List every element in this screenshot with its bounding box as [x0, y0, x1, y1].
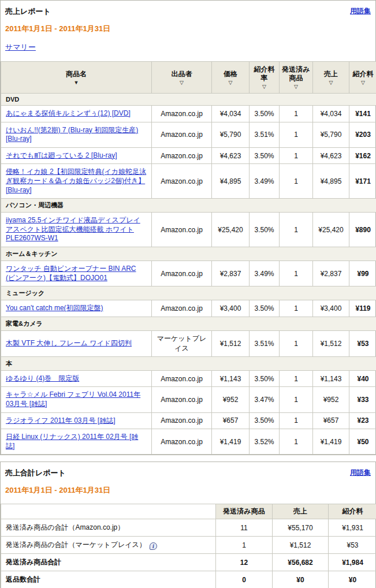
totals-row: 発送済み商品合計12¥56,682¥1,984 [1, 554, 376, 571]
fee-rate-cell: 3.50% [250, 106, 280, 122]
category-label: ホーム＆キッチン [1, 247, 376, 260]
fee-rate-cell: 3.51% [250, 122, 280, 147]
item-row: You can't catch me(初回限定盤)Amazon.co.jp¥3,… [1, 300, 376, 317]
totals-revenue-cell: ¥55,170 [273, 519, 329, 537]
category-label: 家電&カメラ [1, 317, 376, 330]
sort-icon[interactable]: ▽ [314, 80, 348, 85]
price-cell: ¥3,400 [212, 300, 250, 317]
category-label: パソコン・周辺機器 [1, 199, 376, 213]
fee-rate-cell: 3.51% [250, 330, 280, 356]
fee-rate-cell: 3.50% [250, 147, 280, 164]
price-cell: ¥5,790 [212, 122, 250, 147]
col-header-referral-fee[interactable]: 紹介料▽ [349, 62, 376, 94]
product-link[interactable]: けいおん!!(第2期) 7 (Blu-ray 初回限定生産) [Blu-ray] [6, 126, 138, 143]
category-row: 本 [1, 356, 376, 370]
price-cell: ¥1,419 [212, 429, 250, 455]
product-link[interactable]: You can't catch me(初回限定盤) [6, 304, 103, 312]
items-shipped-cell: 1 [280, 164, 313, 199]
totals-table-head: 発送済み商品売上紹介料 [1, 504, 376, 519]
category-row: 家電&カメラ [1, 317, 376, 330]
fee-rate-cell: 3.47% [250, 387, 280, 412]
col-header-label: 価格 [224, 70, 237, 78]
col-header-fee-rate[interactable]: 紹介料率▽ [250, 62, 280, 94]
product-link[interactable]: キャラ☆メル Febri フェブリ Vol.04 2011年 03月号 [雑誌] [6, 390, 140, 408]
referral-fee-cell: ¥171 [349, 164, 376, 199]
glossary-link[interactable]: 用語集 [350, 6, 371, 16]
seller-cell: Amazon.co.jp [152, 387, 212, 412]
category-row: パソコン・周辺機器 [1, 199, 376, 213]
product-link[interactable]: iiyama 25.5インチワイド液晶ディスプレイ アスペクト比固定拡大機能搭載… [6, 216, 140, 242]
totals-shipped-cell: 1 [216, 537, 273, 554]
totals-row: 返品数合計0¥0¥0 [1, 571, 376, 588]
sales-report-panel: 売上レポート 用語集 2011年1月1日 - 2011年1月31日 サマリー 商… [0, 0, 376, 455]
product-link[interactable]: ラジオライフ 2011年 03月号 [雑誌] [6, 416, 116, 425]
totals-col-header-items-shipped: 発送済み商品 [216, 504, 273, 519]
col-header-items-shipped[interactable]: 発送済み商品▽ [280, 62, 313, 94]
totals-panel: 売上合計レポート 用語集 2011年1月1日 - 2011年1月31日 発送済み… [0, 462, 376, 588]
item-row: 木製 VTF 大伸し フレーム ワイド四切判マーケットプレイス¥1,5123.5… [1, 330, 376, 356]
product-link[interactable]: あにゃまる探偵キルミンずぅ(12) [DVD] [6, 109, 131, 117]
referral-fee-cell: ¥890 [349, 213, 376, 247]
item-row: iiyama 25.5インチワイド液晶ディスプレイ アスペクト比固定拡大機能搭載… [1, 213, 376, 247]
product-link[interactable]: 侵略！イカ娘 2【初回限定特典(イカ娘蛇足泳ぎ観察カード＆偽イカ娘缶バッジ2個)… [6, 168, 146, 193]
sort-icon[interactable]: ▽ [213, 80, 248, 85]
items-shipped-cell: 1 [280, 260, 313, 286]
product-link[interactable]: ワンタッチ 自動ビンオープナー BIN ARC (ビンアーク)【電動式】DOJO… [6, 265, 136, 282]
glossary-link[interactable]: 用語集 [350, 468, 371, 478]
fee-rate-cell: 3.49% [250, 164, 280, 199]
price-cell: ¥1,512 [212, 330, 250, 356]
col-header-label: 紹介料 [353, 70, 374, 78]
product-link[interactable]: 日経 Linux (リナックス) 2011年 02月号 [雑誌] [6, 433, 138, 450]
items-shipped-cell: 1 [280, 387, 313, 412]
product-link[interactable]: それでも町は廻っている 2 [Blu-ray] [6, 151, 117, 159]
info-icon[interactable]: i [150, 542, 157, 550]
sort-icon[interactable]: ▽ [281, 84, 311, 90]
totals-revenue-cell: ¥0 [273, 571, 329, 588]
col-header-product[interactable]: 商品名▼ [1, 62, 152, 94]
product-cell: iiyama 25.5インチワイド液晶ディスプレイ アスペクト比固定拡大機能搭載… [1, 213, 152, 247]
seller-cell: Amazon.co.jp [152, 147, 212, 164]
product-cell: You can't catch me(初回限定盤) [1, 300, 152, 317]
seller-cell: Amazon.co.jp [152, 370, 212, 387]
totals-row-label: 返品数合計 [1, 571, 216, 588]
item-row: ワンタッチ 自動ビンオープナー BIN ARC (ビンアーク)【電動式】DOJO… [1, 260, 376, 286]
price-cell: ¥4,034 [212, 106, 250, 122]
sort-icon[interactable]: ▽ [351, 80, 375, 85]
product-cell: それでも町は廻っている 2 [Blu-ray] [1, 147, 152, 164]
referral-fee-cell: ¥23 [349, 412, 376, 429]
totals-col-header-referral-fee: 紹介料 [329, 504, 376, 519]
sort-icon[interactable]: ▽ [153, 80, 210, 85]
totals-fee-cell: ¥1,931 [329, 519, 376, 537]
revenue-cell: ¥4,623 [313, 147, 349, 164]
col-header-price[interactable]: 価格▽ [212, 62, 250, 94]
referral-fee-cell: ¥50 [349, 429, 376, 455]
totals-table: 発送済み商品売上紹介料 発送済み商品の合計（Amazon.co.jp）11¥55… [1, 504, 376, 588]
product-cell: 侵略！イカ娘 2【初回限定特典(イカ娘蛇足泳ぎ観察カード＆偽イカ娘缶バッジ2個)… [1, 164, 152, 199]
item-row: けいおん!!(第2期) 7 (Blu-ray 初回限定生産) [Blu-ray]… [1, 122, 376, 147]
totals-header: 売上合計レポート 用語集 2011年1月1日 - 2011年1月31日 [1, 462, 375, 504]
product-link[interactable]: 木製 VTF 大伸し フレーム ワイド四切判 [6, 339, 132, 347]
revenue-cell: ¥1,143 [313, 370, 349, 387]
category-label: DVD [1, 94, 376, 106]
price-cell: ¥25,420 [212, 213, 250, 247]
col-header-label: 紹介料率 [254, 65, 275, 82]
item-row: それでも町は廻っている 2 [Blu-ray]Amazon.co.jp¥4,62… [1, 147, 376, 164]
referral-fee-cell: ¥40 [349, 370, 376, 387]
item-row: キャラ☆メル Febri フェブリ Vol.04 2011年 03月号 [雑誌]… [1, 387, 376, 412]
totals-shipped-cell: 0 [216, 571, 273, 588]
summary-link[interactable]: サマリー [5, 42, 36, 53]
item-row: あにゃまる探偵キルミンずぅ(12) [DVD]Amazon.co.jp¥4,03… [1, 106, 376, 122]
items-table-head: 商品名▼出品者▽価格▽紹介料率▽発送済み商品▽売上▽紹介料▽ [1, 62, 376, 94]
items-shipped-cell: 1 [280, 412, 313, 429]
items-shipped-cell: 1 [280, 122, 313, 147]
col-header-seller[interactable]: 出品者▽ [152, 62, 212, 94]
sort-active-icon[interactable]: ▼ [2, 80, 150, 85]
items-shipped-cell: 1 [280, 147, 313, 164]
col-header-revenue[interactable]: 売上▽ [313, 62, 349, 94]
totals-shipped-cell: 12 [216, 554, 273, 571]
totals-revenue-cell: ¥1,512 [273, 537, 329, 554]
product-link[interactable]: ゆるゆり (4)巻 限定版 [6, 374, 79, 382]
sort-icon[interactable]: ▽ [251, 84, 278, 90]
fee-rate-cell: 3.52% [250, 429, 280, 455]
totals-row-label: 発送済み商品の合計（Amazon.co.jp） [1, 519, 216, 537]
